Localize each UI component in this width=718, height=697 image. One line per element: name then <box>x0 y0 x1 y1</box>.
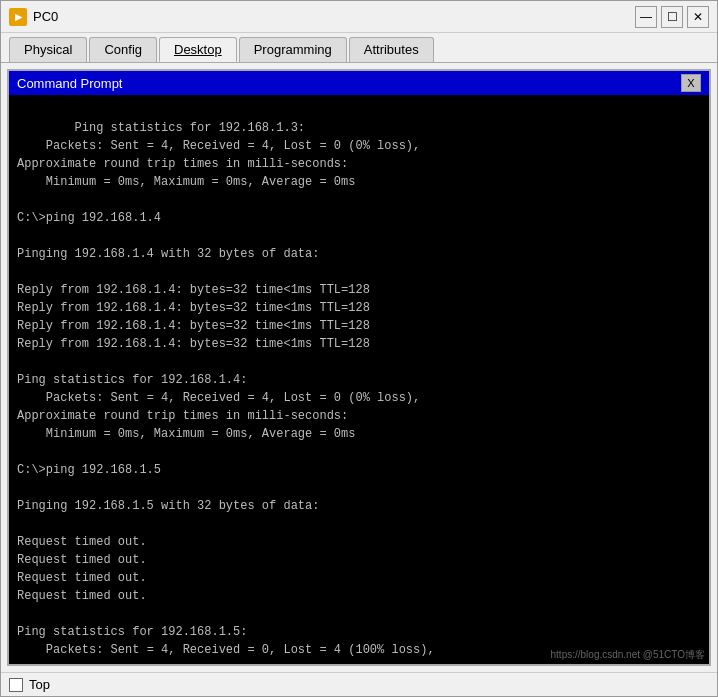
tab-programming[interactable]: Programming <box>239 37 347 62</box>
top-label: Top <box>29 677 50 692</box>
cmd-close-button[interactable]: X <box>681 74 701 92</box>
maximize-button[interactable]: ☐ <box>661 6 683 28</box>
cmd-window: Command Prompt X Ping statistics for 192… <box>7 69 711 666</box>
close-button[interactable]: ✕ <box>687 6 709 28</box>
app-icon-text: ▶ <box>15 12 22 22</box>
app-icon: ▶ <box>9 8 27 26</box>
tab-bar: Physical Config Desktop Programming Attr… <box>1 33 717 63</box>
cmd-title: Command Prompt <box>17 76 122 91</box>
tab-desktop[interactable]: Desktop <box>159 37 237 62</box>
terminal-text: Ping statistics for 192.168.1.3: Packets… <box>17 121 435 664</box>
watermark: https://blog.csdn.net @51CTO博客 <box>551 647 705 662</box>
bottom-bar: Top <box>1 672 717 696</box>
top-checkbox[interactable] <box>9 678 23 692</box>
tab-physical[interactable]: Physical <box>9 37 87 62</box>
window-title: PC0 <box>33 9 635 24</box>
main-window: ▶ PC0 — ☐ ✕ Physical Config Desktop Prog… <box>0 0 718 697</box>
tab-config[interactable]: Config <box>89 37 157 62</box>
terminal-output[interactable]: Ping statistics for 192.168.1.3: Packets… <box>9 95 709 664</box>
tab-attributes[interactable]: Attributes <box>349 37 434 62</box>
content-area: Command Prompt X Ping statistics for 192… <box>1 63 717 672</box>
title-bar: ▶ PC0 — ☐ ✕ <box>1 1 717 33</box>
window-controls: — ☐ ✕ <box>635 6 709 28</box>
cmd-titlebar: Command Prompt X <box>9 71 709 95</box>
minimize-button[interactable]: — <box>635 6 657 28</box>
